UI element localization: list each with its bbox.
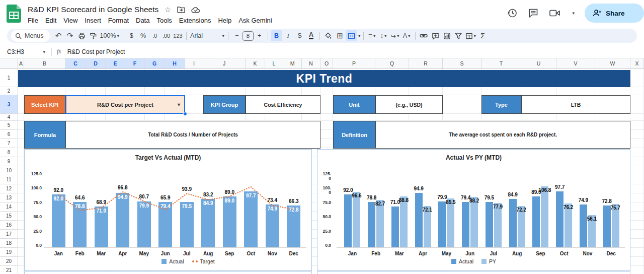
column-header-K[interactable]: K [246,58,265,69]
menu-item-data[interactable]: Data [132,16,153,25]
redo-button[interactable]: ↷ [64,30,76,41]
print-button[interactable] [76,30,88,41]
meet-camera-icon[interactable] [549,8,561,18]
share-button[interactable]: Share [585,4,644,23]
bar-py-Jul[interactable] [494,203,502,247]
menus-search-button[interactable]: Menus [11,30,50,42]
row-header-19[interactable]: 19 [0,248,18,257]
create-filter-button[interactable] [453,30,464,41]
row-header-3[interactable]: 3 [0,95,18,114]
horizontal-align-button[interactable]: ≡▾ [366,30,378,41]
strikethrough-button[interactable]: S [294,30,305,41]
menu-item-edit[interactable]: Edit [42,16,60,25]
column-header-N[interactable]: N [302,58,320,69]
select-kpi-dropdown[interactable]: R&D Cost per Project ▾ [65,95,185,114]
bar-actual-Apr[interactable] [116,193,129,247]
column-header-I[interactable]: I [185,58,203,69]
column-header-M[interactable]: M [283,58,302,69]
column-header-Q[interactable]: Q [375,58,409,69]
bar-actual-May[interactable] [438,201,446,247]
row-header-4[interactable]: 4 [0,114,18,121]
decrease-font-button[interactable]: − [231,30,243,41]
row-header-18[interactable]: 18 [0,239,18,248]
column-header-A[interactable]: A [18,58,24,69]
vertical-align-button[interactable]: ↕▾ [378,30,389,41]
borders-button[interactable]: ⊞ [334,30,346,41]
row-header-17[interactable]: 17 [0,230,18,239]
currency-format-button[interactable]: $ [126,30,137,41]
menu-item-view[interactable]: View [60,16,81,25]
row-header-21[interactable]: 21 [0,266,18,274]
select-all-corner[interactable] [0,58,18,69]
menu-item-file[interactable]: File [24,16,42,25]
chart-target-vs-actual[interactable]: Target Vs Actual (MTD)125.0100.075.050.0… [24,149,312,271]
row-header-11[interactable]: 11 [0,175,18,184]
functions-button[interactable]: Σ [477,30,489,41]
move-folder-icon[interactable] [177,6,185,13]
column-header-T[interactable]: T [481,58,521,69]
row-header-8[interactable]: 8 [0,148,18,157]
bar-actual-Mar[interactable] [391,207,399,247]
name-box[interactable]: C3:H3 ▾ [7,48,45,55]
bar-py-May[interactable] [447,198,454,247]
document-title[interactable]: R&D KPI Scorecard in Google Sheets [28,5,158,14]
bar-py-Mar[interactable] [400,196,408,247]
italic-button[interactable]: I [282,30,294,41]
row-header-15[interactable]: 15 [0,212,18,221]
menu-item-tools[interactable]: Tools [153,16,175,25]
menu-item-help[interactable]: Help [214,16,235,25]
comments-icon[interactable] [528,8,539,19]
paint-format-button[interactable] [88,30,99,41]
column-header-U[interactable]: U [521,58,556,69]
column-header-O[interactable]: O [320,58,333,69]
fill-color-button[interactable] [323,30,334,41]
insert-comment-button[interactable] [430,30,441,41]
row-header-2[interactable]: 2 [0,87,18,95]
column-header-B[interactable]: B [24,58,65,69]
column-header-L[interactable]: L [265,58,283,69]
text-color-button[interactable]: A [305,30,317,41]
column-header-J[interactable]: J [203,58,246,69]
column-header-F[interactable]: F [125,58,145,69]
bar-actual-Jul[interactable] [486,202,493,247]
increase-font-button[interactable]: + [254,30,265,41]
row-header-7[interactable]: 7 [0,139,18,148]
insert-link-button[interactable] [418,30,430,41]
column-header-D[interactable]: D [86,58,106,69]
bar-actual-Nov[interactable] [580,204,587,247]
sheets-logo-icon[interactable] [7,5,21,23]
version-history-icon[interactable] [507,8,518,19]
font-size-input[interactable]: 8 [243,31,254,41]
percent-format-button[interactable]: % [137,30,149,41]
bar-actual-Dec[interactable] [603,206,611,247]
row-header-1[interactable]: 1 [0,69,18,87]
bar-actual-Jan[interactable] [344,194,352,247]
bold-button[interactable]: B [271,30,282,41]
column-header-E[interactable]: E [106,58,125,69]
column-header-V[interactable]: V [556,58,595,69]
menu-item-format[interactable]: Format [105,16,132,25]
bar-actual-Apr[interactable] [415,193,423,247]
column-header-X[interactable]: X [630,58,644,69]
star-icon[interactable]: ☆ [165,6,171,14]
bar-actual-Oct[interactable] [244,191,258,247]
cloud-status-icon[interactable] [191,7,200,13]
font-select[interactable]: Arial▾ [189,30,225,41]
bar-actual-Jan[interactable] [52,194,65,247]
bar-actual-Sep[interactable] [223,196,236,247]
bar-actual-Aug[interactable] [509,199,517,247]
column-header-S[interactable]: S [443,58,481,69]
row-header-12[interactable]: 12 [0,184,18,193]
row-header-10[interactable]: 10 [0,166,18,175]
column-header-C[interactable]: C [65,58,86,69]
merge-cells-button[interactable] [346,30,357,41]
number-format-button[interactable]: 123 [172,30,184,41]
row-header-13[interactable]: 13 [0,193,18,202]
chart-actual-vs-py[interactable]: Actual Vs PY (MTD)125.0100.075.050.025.0… [317,149,630,271]
insert-chart-button[interactable] [441,30,453,41]
column-header-W[interactable]: W [595,58,630,69]
bar-actual-Oct[interactable] [556,191,564,247]
bar-py-Sep[interactable] [541,186,548,247]
text-rotate-button[interactable]: A▾ [401,30,413,41]
decrease-decimals-button[interactable]: .0 [149,30,160,41]
